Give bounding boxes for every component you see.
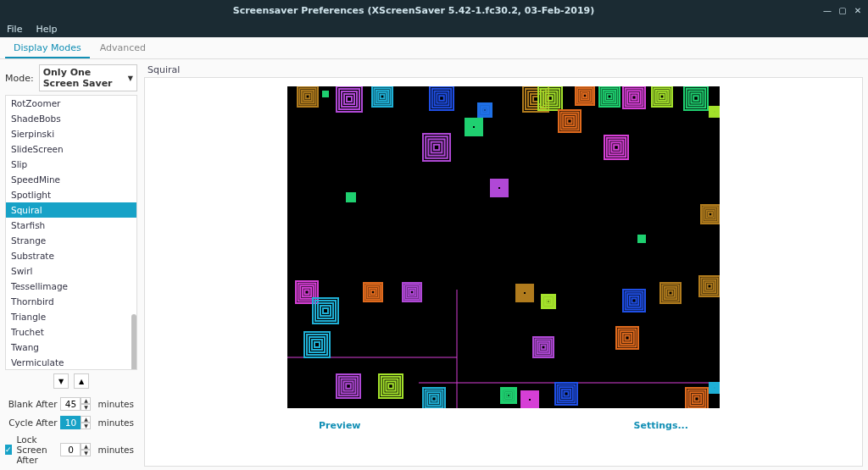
spin-down-icon[interactable]: ▼ <box>81 450 91 456</box>
mode-select[interactable]: Only One Screen Saver ▼ <box>39 64 137 91</box>
svg-rect-198 <box>616 327 638 349</box>
scrollbar[interactable] <box>131 314 136 370</box>
squiral-preview-svg <box>287 86 720 408</box>
saver-item[interactable]: Spotlight <box>6 187 136 202</box>
svg-rect-62 <box>693 96 698 101</box>
saver-item[interactable]: RotZoomer <box>6 96 136 111</box>
svg-rect-18 <box>430 86 453 110</box>
svg-rect-31 <box>531 94 541 104</box>
svg-rect-3 <box>298 86 318 107</box>
tab-display-modes[interactable]: Display Modes <box>5 39 90 58</box>
svg-rect-212 <box>714 387 715 389</box>
svg-rect-7 <box>306 95 310 99</box>
svg-rect-107 <box>641 238 643 240</box>
svg-rect-121 <box>320 306 331 316</box>
saver-item[interactable]: Twang <box>6 340 136 355</box>
svg-rect-206 <box>693 395 701 403</box>
saver-item[interactable]: Sierpinski <box>6 126 136 141</box>
menu-help[interactable]: Help <box>36 24 57 35</box>
settings-button[interactable]: Settings... <box>634 420 688 431</box>
svg-rect-166 <box>343 381 353 390</box>
svg-rect-133 <box>403 283 421 301</box>
svg-rect-37 <box>548 96 553 101</box>
saver-item[interactable]: Vermiculate <box>6 355 136 370</box>
saver-item[interactable]: Starfish <box>6 218 136 233</box>
blank-unit: minutes <box>97 399 134 409</box>
saver-item[interactable]: Squiral <box>6 202 136 218</box>
chevron-down-icon: ▼ <box>128 75 133 82</box>
spin-up-icon[interactable]: ▲ <box>81 443 91 450</box>
svg-rect-87 <box>614 145 619 150</box>
svg-rect-123 <box>304 332 330 357</box>
saver-list[interactable]: RotZoomerShadeBobsSierpinskiSlideScreenS… <box>5 95 137 370</box>
svg-rect-182 <box>507 394 510 397</box>
svg-rect-157 <box>669 291 673 296</box>
svg-rect-67 <box>325 93 326 94</box>
maximize-icon[interactable]: ▢ <box>837 5 848 15</box>
saver-item[interactable]: Truchet <box>6 324 136 340</box>
svg-rect-52 <box>632 95 636 99</box>
svg-rect-72 <box>434 145 439 150</box>
svg-rect-21 <box>437 93 446 102</box>
blank-after-input[interactable] <box>60 397 81 411</box>
svg-rect-51 <box>630 93 638 102</box>
saver-item[interactable]: Thornbird <box>6 294 136 309</box>
saver-item[interactable]: SpeedMine <box>6 172 136 187</box>
svg-rect-92 <box>714 111 715 113</box>
saver-item[interactable]: Triangle <box>6 309 136 324</box>
lock-after-input[interactable] <box>60 443 81 456</box>
spin-down-icon[interactable]: ▼ <box>81 423 91 429</box>
svg-rect-132 <box>371 290 375 294</box>
tab-advanced[interactable]: Advanced <box>92 39 154 58</box>
svg-rect-17 <box>381 95 385 99</box>
svg-rect-83 <box>604 135 628 159</box>
svg-rect-38 <box>576 86 594 105</box>
spin-up-icon[interactable]: ▲ <box>81 397 91 404</box>
saver-item[interactable]: Tessellimage <box>6 279 136 294</box>
svg-rect-128 <box>364 283 382 301</box>
svg-rect-43 <box>599 86 620 107</box>
svg-rect-187 <box>542 346 546 350</box>
svg-rect-77 <box>472 125 476 129</box>
mode-label: Mode: <box>5 73 34 84</box>
svg-rect-11 <box>344 94 354 104</box>
svg-rect-13 <box>372 86 392 107</box>
cycle-after-label: Cycle After <box>8 417 57 428</box>
preview-frame: Preview Settings... <box>144 77 863 467</box>
svg-rect-162 <box>708 285 712 289</box>
window-titlebar: Screensaver Preferences (XScreenSaver 5.… <box>0 0 868 20</box>
svg-rect-148 <box>623 290 645 312</box>
preview-button[interactable]: Preview <box>319 420 361 431</box>
minimize-icon[interactable]: — <box>822 5 832 15</box>
menu-file[interactable]: File <box>7 24 22 35</box>
svg-rect-126 <box>312 340 322 350</box>
svg-rect-196 <box>562 390 570 398</box>
svg-rect-207 <box>694 396 698 401</box>
svg-rect-127 <box>314 342 320 347</box>
svg-rect-137 <box>410 290 414 294</box>
lock-checkbox[interactable]: ✓ <box>5 445 12 455</box>
svg-rect-112 <box>709 213 712 216</box>
list-down-button[interactable]: ▼ <box>53 373 69 389</box>
saver-item[interactable]: Substrate <box>6 248 136 263</box>
close-icon[interactable]: ✕ <box>853 5 863 15</box>
svg-rect-58 <box>684 86 708 110</box>
svg-rect-36 <box>545 93 554 102</box>
svg-rect-122 <box>323 308 328 313</box>
saver-item[interactable]: Strange <box>6 233 136 248</box>
svg-rect-82 <box>567 119 571 123</box>
cycle-after-input[interactable] <box>60 416 81 429</box>
svg-rect-118 <box>313 298 338 323</box>
saver-item[interactable]: ShadeBobs <box>6 111 136 126</box>
saver-item[interactable]: Slip <box>6 157 136 172</box>
svg-rect-163 <box>337 374 360 398</box>
list-up-button[interactable]: ▲ <box>74 373 89 389</box>
lock-after-label: Lock Screen After <box>17 434 58 465</box>
spin-down-icon[interactable]: ▼ <box>81 404 91 411</box>
svg-rect-42 <box>583 94 587 97</box>
saver-item[interactable]: SlideScreen <box>6 141 136 157</box>
svg-rect-53 <box>652 86 672 107</box>
svg-rect-153 <box>660 283 681 303</box>
saver-item[interactable]: Swirl <box>6 263 136 279</box>
spin-up-icon[interactable]: ▲ <box>81 416 91 423</box>
